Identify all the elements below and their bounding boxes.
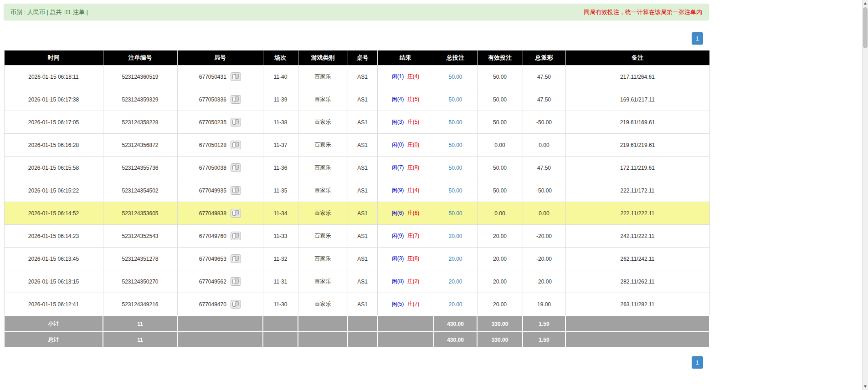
cell-result: 闲(5) 庄(7) [377,293,434,316]
cell-round: 677049653 [177,248,263,270]
view-cards-button[interactable] [231,300,241,309]
cell-game-type: 百家乐 [298,134,348,157]
scrollbar-thumb[interactable] [863,7,868,48]
subtotal-payout: 1.50 [523,316,565,332]
col-game-type: 游戏类别 [298,51,348,66]
view-cards-button[interactable] [231,141,241,149]
view-cards-button[interactable] [231,232,241,240]
cards-icon [231,277,241,286]
cards-icon [231,141,241,149]
cell-time: 2026-01-15 06:18:11 [4,66,103,88]
total-bet-link[interactable]: 20.00 [448,279,462,285]
round-number: 677049838 [199,210,226,217]
result-player: 闲(3) [392,255,404,262]
view-cards-button[interactable] [231,254,241,263]
cell-table-no: AS1 [348,248,377,270]
cell-time: 2026-01-15 06:15:22 [4,179,103,202]
table-row: 2026-01-15 06:15:22 523124354502 6770499… [4,179,709,202]
total-bet-link[interactable]: 20.00 [448,256,462,262]
cell-time: 2026-01-15 06:14:23 [4,225,103,248]
total-bet-link[interactable]: 50.00 [448,74,462,80]
cell-remark: 222.11/172.11 [565,179,709,202]
total-bet-link[interactable]: 20.00 [448,301,462,308]
total-bet-link[interactable]: 50.00 [448,165,462,171]
cell-bet-id: 523124352543 [103,225,177,248]
total-bet-link[interactable]: 50.00 [448,119,462,126]
cell-result: 闲(9) 庄(4) [377,179,434,202]
round-number: 677050235 [199,119,226,126]
col-bet-id: 注单编号 [103,51,177,66]
total-bet-link[interactable]: 20.00 [448,233,462,239]
cell-valid-bet: 50.00 [477,179,523,202]
cards-icon [231,118,241,127]
result-player: 闲(1) [392,73,404,80]
cell-game-type: 百家乐 [298,157,348,179]
cell-round: 677050235 [177,111,263,134]
view-cards-button[interactable] [231,277,241,286]
cell-game-type: 百家乐 [298,202,348,225]
view-cards-button[interactable] [231,95,241,104]
view-cards-button[interactable] [231,118,241,127]
cell-session: 11-34 [263,202,298,225]
total-bet-link[interactable]: 50.00 [448,96,462,103]
cell-table-no: AS1 [348,66,377,88]
cell-payout: -50.00 [523,111,565,134]
cell-game-type: 百家乐 [298,88,348,111]
view-cards-button[interactable] [231,186,241,195]
view-cards-button[interactable] [231,163,241,172]
cell-total-bet: 20.00 [434,225,477,248]
page-1-button[interactable]: 1 [692,32,703,45]
round-number: 677050038 [199,165,226,171]
total-bet-link[interactable]: 50.00 [448,210,462,217]
cell-session: 11-38 [263,111,298,134]
cards-icon [231,95,241,104]
cell-session: 11-40 [263,66,298,88]
cell-round: 677050038 [177,157,263,179]
cell-bet-id: 523124360519 [103,66,177,88]
cell-total-bet: 20.00 [434,293,477,316]
view-cards-button[interactable] [231,72,241,81]
total-label: 总计 [4,332,103,348]
cell-game-type: 百家乐 [298,179,348,202]
cards-icon [231,163,241,172]
table-row: 2026-01-15 06:12:41 523124349216 6770494… [4,293,709,316]
cell-session: 11-37 [263,134,298,157]
round-number: 677050431 [199,74,226,80]
cell-valid-bet: 0.00 [477,202,523,225]
cards-icon [231,300,241,309]
cell-bet-id: 523124351278 [103,248,177,270]
result-player: 闲(5) [392,301,404,307]
table-row: 2026-01-15 06:17:38 523124359329 6770503… [4,88,709,111]
total-row: 总计 11 430.00 330.00 1.50 [4,332,709,348]
page-1-button-bottom[interactable]: 1 [692,356,703,369]
cell-time: 2026-01-15 06:13:15 [4,270,103,293]
col-payout: 总派彩 [523,51,565,66]
result-banker: 庄(8) [407,164,420,171]
subtotal-row: 小计 11 430.00 330.00 1.50 [4,316,709,332]
result-player: 闲(3) [392,119,404,125]
cell-game-type: 百家乐 [298,111,348,134]
scroll-down-arrow-icon[interactable] [863,383,868,390]
view-cards-button[interactable] [231,209,241,218]
total-bet-link[interactable]: 50.00 [448,142,462,148]
result-banker: 庄(6) [407,210,420,216]
col-session: 场次 [263,51,298,66]
header-row: 时间 注单编号 局号 场次 游戏类别 桌号 结果 总投注 有效投注 总派彩 备注 [4,51,709,66]
vertical-scrollbar[interactable] [862,0,868,390]
table-row: 2026-01-15 06:17:05 523124358228 6770502… [4,111,709,134]
cell-round: 677050336 [177,88,263,111]
col-table-no: 桌号 [348,51,377,66]
cell-remark: 169.61/217.11 [565,88,709,111]
round-number: 677050336 [199,96,226,103]
currency-summary-text: 币别 : 人民币 | 总共 :11 注单 | [10,8,88,16]
cell-session: 11-31 [263,270,298,293]
total-bet-link[interactable]: 50.00 [448,187,462,194]
cell-round: 677049935 [177,179,263,202]
scroll-up-arrow-icon[interactable] [863,0,868,7]
cell-payout: -20.00 [523,270,565,293]
col-round: 局号 [177,51,263,66]
result-banker: 庄(4) [407,187,420,193]
subtotal-valid-bet: 330.00 [477,316,523,332]
cell-table-no: AS1 [348,293,377,316]
cell-payout: 47.50 [523,88,565,111]
